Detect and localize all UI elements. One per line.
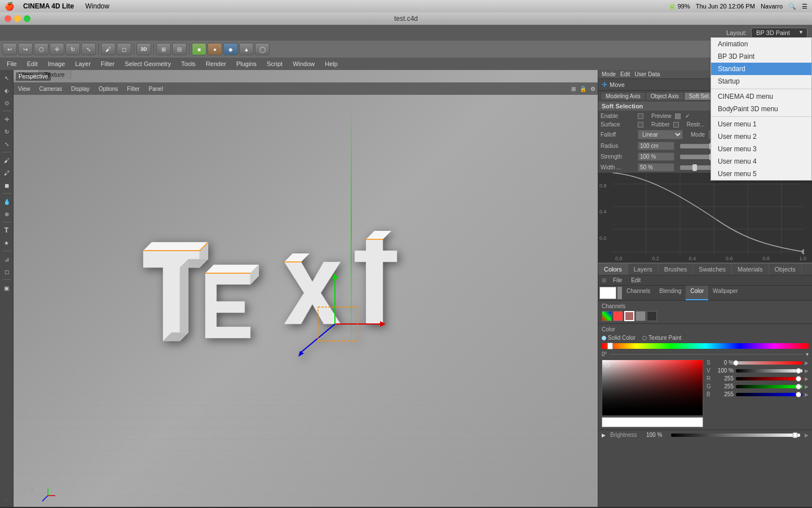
bullets-icon[interactable]: ☰ [802,3,807,10]
brightness-slider[interactable] [671,433,800,437]
vp-tool-filter[interactable]: Filter [125,85,142,93]
vp-icon-fit[interactable]: ⊞ [571,86,576,92]
strength-input[interactable] [638,152,674,161]
channel-dark[interactable] [647,311,657,321]
hue-slider[interactable] [602,343,809,349]
toolbar-btn-torus[interactable]: ◯ [255,43,270,55]
menu-render[interactable]: Render [201,59,231,68]
subtab-channels[interactable]: Channels [622,286,655,300]
tab-brushes[interactable]: Brushes [659,264,693,275]
enable-checkbox[interactable] [638,113,643,119]
texture-paint-radio[interactable] [642,336,647,340]
lt-scale[interactable]: ⤡ [1,138,12,150]
toolbar-btn-cube[interactable]: ■ [192,43,206,55]
layout-dropdown[interactable]: BP 3D Paint ▼ [751,28,807,38]
lt-select[interactable]: ↖ [1,72,12,84]
toolbar-btn-erase[interactable]: ◻ [117,43,131,55]
layout-option-user5[interactable]: User menu 5 [711,168,811,180]
subtab-blending[interactable]: Blending [655,286,686,300]
toolbar-btn-3d[interactable]: 3D [136,43,151,55]
menu-layer[interactable]: Layer [70,59,95,68]
vp-icon-lock[interactable]: 🔒 [580,86,586,92]
lt-brush[interactable]: 🖌 [1,155,12,166]
menu-help[interactable]: Help [320,59,342,68]
toolbar-btn-paint[interactable]: 🖌 [101,43,116,55]
texture-paint-option[interactable]: Texture Paint [642,335,681,341]
graph-area[interactable]: 0.8 0.4 0.0 0.0 [598,173,812,263]
preview-checkbox[interactable] [675,113,681,119]
layout-option-user4[interactable]: User menu 4 [711,155,811,168]
lt-fill[interactable]: ◼ [1,179,12,191]
solid-color-radio[interactable] [602,336,606,340]
toolbar-btn-2[interactable]: ↪ [18,43,33,55]
toolbar-btn-rotate[interactable]: ↻ [65,43,80,55]
lt-clone[interactable]: ⊕ [1,208,12,220]
lt-text[interactable]: T [1,225,12,236]
layout-option-bodypaint-menu[interactable]: BodyPaint 3D menu [711,103,811,115]
lt-rotate[interactable]: ↻ [1,126,12,137]
channel-r[interactable] [613,311,623,321]
lt-paint[interactable]: 🖍 [1,167,12,178]
menu-file[interactable]: File [2,59,21,68]
mode-btn[interactable]: Mode [602,71,616,77]
subtab-color[interactable]: Color [686,286,708,300]
toolbar-btn-snap[interactable]: ⊞ [156,43,171,55]
toolbar-btn-select[interactable]: ⬡ [34,43,48,55]
menu-plugins[interactable]: Plugins [232,59,261,68]
layout-option-bp3dpaint[interactable]: BP 3D Paint [711,50,811,63]
toolbar-btn-sphere[interactable]: ● [208,43,222,55]
layout-option-standard[interactable]: Standard [711,63,811,75]
lt-eyedrop[interactable]: 💧 [1,196,12,207]
menu-tools[interactable]: Tools [176,59,200,68]
radius-slider[interactable] [680,144,714,148]
subtab-wallpaper[interactable]: Wallpaper [708,286,743,300]
tab-swatches[interactable]: Swatches [693,264,732,275]
channel-alpha[interactable] [636,311,646,321]
maximize-button[interactable] [24,15,30,22]
object-axis-tab[interactable]: Object Axis [646,92,684,100]
menu-image[interactable]: Image [43,59,70,68]
channel-rgb[interactable] [602,311,612,321]
menu-filter[interactable]: Filter [96,59,119,68]
vp-tool-view[interactable]: View [16,85,33,93]
tab-layers[interactable]: Layers [628,264,659,275]
width-slider[interactable] [680,165,714,170]
search-icon[interactable]: 🔍 [788,3,796,10]
tab-materials[interactable]: Materials [732,264,769,275]
toolbar-btn-cylinder[interactable]: ◆ [223,43,238,55]
toolbar-btn-move[interactable]: ✛ [50,43,64,55]
lt-eyedropper2[interactable]: ⊿ [1,253,12,265]
lt-star[interactable]: ★ [1,237,12,248]
g-slider[interactable] [736,385,802,388]
vp-tool-display[interactable]: Display [69,85,92,93]
layout-option-cinema4d-menu[interactable]: CINEMA 4D menu [711,90,811,103]
window-menu[interactable]: Window [83,2,112,10]
layout-dropdown-menu[interactable]: Animation BP 3D Paint Standard Startup C… [710,37,812,181]
menu-select-geometry[interactable]: Select Geometry [120,59,175,68]
lt-magnet[interactable]: ⊙ [1,97,12,108]
colors-file-menu[interactable]: File [611,277,624,284]
menu-edit[interactable]: Edit [23,59,42,68]
lt-move[interactable]: ✛ [1,113,12,125]
width-input[interactable] [638,163,674,172]
current-color-preview[interactable] [599,287,616,299]
edit-btn[interactable]: Edit [620,71,630,77]
color-gradient[interactable] [602,360,703,416]
3d-text-object[interactable] [126,211,465,409]
v-slider[interactable] [736,369,802,373]
channel-active[interactable] [624,311,634,321]
color-current-preview[interactable] [602,417,703,427]
menu-script[interactable]: Script [262,59,287,68]
vp-tool-cameras[interactable]: Cameras [37,85,65,93]
radius-input[interactable] [638,142,674,150]
surface-checkbox[interactable] [638,122,643,128]
falloff-dropdown[interactable]: Linear Soft Strong [638,130,683,139]
toolbar-btn-cone[interactable]: ▲ [239,43,254,55]
lt-lasso[interactable]: ⬖ [1,85,12,96]
strength-slider[interactable] [680,155,714,159]
toolbar-btn-1[interactable]: ↩ [2,43,17,55]
layout-option-animation[interactable]: Animation [711,38,811,50]
layout-option-user3[interactable]: User menu 3 [711,143,811,155]
toolbar-btn-grid[interactable]: ⊟ [172,43,187,55]
vp-tool-panel[interactable]: Panel [147,85,166,93]
